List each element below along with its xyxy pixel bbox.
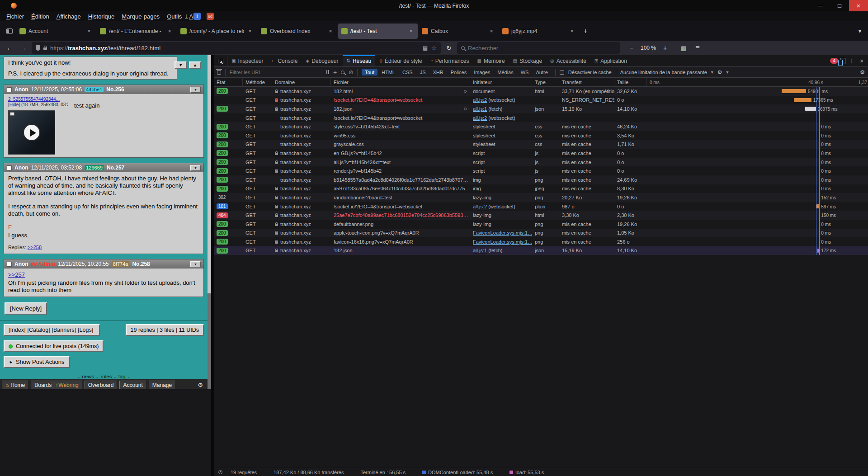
post-checkbox[interactable] [7, 165, 12, 170]
devtools-menu-icon[interactable] [847, 57, 855, 64]
zoom-in-button[interactable] [659, 42, 671, 54]
post-menu-button[interactable] [190, 87, 201, 93]
rules-link[interactable]: rules [100, 374, 112, 379]
page-scrollbar[interactable] [208, 55, 211, 389]
network-request-row[interactable]: 200 GET trashchan.xyz 182.html document … [214, 87, 868, 96]
tracking-protection-shield-icon[interactable] [36, 45, 40, 51]
network-request-row[interactable]: GET trashchan.xyz /socket.io/?EIO=4&tran… [214, 113, 868, 123]
column-header-initiator[interactable]: Initiateur [470, 78, 532, 86]
clear-requests-icon[interactable] [217, 70, 221, 75]
throttle-dropdown[interactable]: Aucune limitation de la bande passante [620, 70, 707, 75]
post-checkbox[interactable] [7, 262, 12, 267]
menu-item[interactable]: Fichier [3, 12, 28, 21]
post-menu-button[interactable] [190, 165, 201, 171]
new-tab-button[interactable] [580, 25, 591, 37]
tab-close-icon[interactable] [246, 28, 254, 34]
network-request-row[interactable]: 200 GET trashchan.xyz style.css?v=bf145b… [214, 122, 868, 131]
menu-item[interactable]: Outils [163, 12, 185, 21]
settings-gear-icon[interactable] [198, 382, 206, 388]
browser-tab[interactable]: /ent/ - L'Entremonde - Pa [97, 24, 176, 39]
pick-element-icon[interactable] [218, 59, 223, 63]
tab-close-icon[interactable] [568, 28, 576, 34]
disable-cache-checkbox[interactable] [560, 70, 564, 75]
devtools-close-icon[interactable] [857, 57, 866, 65]
column-header-file[interactable]: Fichier [331, 78, 470, 86]
network-request-row[interactable]: 200 GET trashchan.xyz defaultbanner.png … [214, 220, 868, 229]
devtools-tab[interactable]: ◈ Débogueur [302, 55, 342, 66]
devtools-tab[interactable]: ◔ Performances [426, 55, 473, 66]
request-filter-pill[interactable]: Tout [362, 69, 377, 75]
network-request-row[interactable]: 200 GET trashchan.xyz 182.json all.js:1 … [214, 104, 868, 113]
nav-manage[interactable]: Manage [149, 381, 175, 390]
network-request-row[interactable]: 200 GET trashchan.xyz all.js?v=bf145b42&… [214, 158, 868, 167]
zoom-out-button[interactable] [626, 42, 637, 54]
poster-id-badge[interactable]: 129669 [85, 165, 104, 170]
post-number[interactable]: No.258 [132, 261, 150, 267]
url-bar[interactable]: https://trashchan.xyz/test/thread/182.ht… [32, 42, 441, 54]
request-filter-pill[interactable]: CSS [399, 69, 416, 75]
devtools-tab[interactable]: {} Éditeur de style [375, 55, 426, 66]
devtools-tab[interactable]: ◎ Accessibilité [546, 55, 590, 66]
devtools-tab[interactable]: ⇅ Réseau [343, 55, 376, 66]
browser-tab[interactable]: Account [16, 24, 96, 39]
news-link[interactable]: news [82, 374, 94, 379]
column-header-transfer[interactable]: Transfert [559, 78, 614, 86]
menu-item[interactable]: Historique [85, 12, 118, 21]
column-header-method[interactable]: Méthode [243, 78, 272, 86]
post-number[interactable]: No.257 [107, 165, 124, 171]
network-settings-gear-icon[interactable] [860, 69, 865, 75]
request-filter-pill[interactable]: Polices [448, 69, 470, 75]
request-filter-pill[interactable]: JS [417, 69, 429, 75]
close-button[interactable] [849, 0, 868, 11]
nav-overboard[interactable]: Overboard [85, 381, 118, 390]
network-request-row[interactable]: 404 GET trashchan.xyz 25ae7e7cbfc40a99ae… [214, 211, 868, 220]
network-request-row[interactable]: 200 GET trashchan.xyz grayscale.css styl… [214, 140, 868, 149]
board-link[interactable]: [Index] [9, 327, 26, 333]
column-header-type[interactable]: Type [532, 78, 559, 86]
maximize-button[interactable] [830, 0, 849, 11]
request-filter-pill[interactable]: Médias [494, 69, 516, 75]
poster-id-badge[interactable]: 8f774a [112, 261, 130, 267]
nav-boards[interactable]: Boards+Webring [31, 381, 82, 390]
pause-icon[interactable] [326, 70, 329, 74]
poster-id-badge[interactable]: 44cbe1 [85, 87, 104, 92]
url-filter-input[interactable] [230, 70, 322, 75]
network-request-row[interactable]: 200 GET trashchan.xyz a597d133ca08576ee0… [214, 184, 868, 193]
scrollbar-thumb[interactable] [208, 293, 211, 389]
zoom-level[interactable]: 100 % [639, 45, 658, 51]
nav-webring[interactable]: +Webring [55, 382, 78, 388]
firefox-view-icon[interactable] [6, 28, 13, 34]
browser-tab[interactable]: /test/ - Test [338, 24, 418, 39]
column-header-size[interactable]: Taille [614, 78, 647, 86]
initiator-link[interactable]: all.js:1 [473, 106, 487, 112]
initiator-link[interactable]: all.js:2 [473, 115, 487, 121]
network-request-row[interactable]: 200 GET trashchan.xyz apple-touch-icon.p… [214, 229, 868, 238]
hamburger-menu-icon[interactable] [692, 42, 703, 54]
reload-button[interactable] [443, 42, 455, 54]
minimize-button[interactable] [811, 0, 830, 11]
devtools-tab[interactable]: ›_ Console [268, 55, 302, 66]
column-header-domain[interactable]: Domaine [272, 78, 331, 86]
devtools-tab[interactable]: ▣ Inspecteur [227, 55, 268, 66]
downloads-icon[interactable] [185, 14, 188, 19]
search-bar[interactable] [457, 42, 620, 54]
tab-close-icon[interactable] [166, 28, 173, 34]
bookmark-star-icon[interactable] [431, 44, 437, 52]
extension-icon-ud[interactable]: ud [207, 13, 214, 20]
network-request-row[interactable]: 200 GET trashchan.xyz b31458557a0ad4a2c8… [214, 175, 868, 184]
quote-link[interactable]: >>257 [8, 271, 25, 278]
menu-item[interactable]: Édition [28, 12, 53, 21]
video-thumbnail[interactable] [8, 110, 55, 155]
request-filter-pill[interactable]: XHR [429, 69, 446, 75]
post-menu-button[interactable] [190, 261, 201, 267]
block-requests-icon[interactable] [349, 69, 353, 75]
library-icon[interactable] [678, 42, 689, 54]
file-link[interactable]: 2_52557555474492344... [8, 97, 60, 102]
request-filter-pill[interactable]: HTML [378, 69, 398, 75]
tab-close-icon[interactable] [488, 28, 495, 34]
devtools-tab[interactable]: ▦ Mémoire [473, 55, 509, 66]
board-link[interactable]: [Banners] [52, 327, 76, 333]
network-request-row[interactable]: 302 GET trashchan.xyz randombanner?board… [214, 193, 868, 202]
scroll-to-bottom-button[interactable] [175, 61, 187, 69]
har-gear-icon[interactable] [717, 69, 722, 75]
